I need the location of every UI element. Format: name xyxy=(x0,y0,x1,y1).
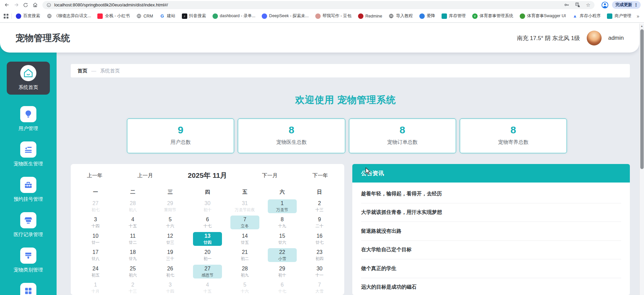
page-scrollbar[interactable]: ▲ xyxy=(639,24,644,295)
bookmark-item[interactable]: CRM xyxy=(136,13,153,19)
calendar-day[interactable]: 7大雪 xyxy=(301,280,338,295)
bulb-icon xyxy=(20,106,36,122)
calendar-day[interactable]: 17廿八 xyxy=(77,247,114,264)
calendar-next-year-button[interactable]: 下一年 xyxy=(312,172,328,179)
calendar-day[interactable]: 21初二 xyxy=(226,247,263,264)
calendar-day[interactable]: 9二十 xyxy=(301,215,338,231)
announcement-item[interactable]: 留退路就没有出路 xyxy=(361,222,621,241)
announcement-item[interactable]: 大学就该抓住青春，用汗水实现梦想 xyxy=(361,203,621,222)
scrollbar-up-icon[interactable]: ▲ xyxy=(640,24,644,29)
sidebar-item-appointment-management[interactable]: 预约挂号管理 xyxy=(14,177,43,202)
calendar-day[interactable]: 26初七 xyxy=(152,263,189,280)
calendar-day-inner: 1十月 xyxy=(81,281,110,295)
user-avatar[interactable] xyxy=(587,31,602,45)
calendar-day[interactable]: 10廿一 xyxy=(77,231,114,247)
bookmark-item[interactable]: DeepSeek - 探索未... xyxy=(262,13,309,19)
calendar-day[interactable]: 15廿六 xyxy=(263,231,301,247)
kebab-menu-icon[interactable]: ⋮ xyxy=(634,2,638,7)
calendar-prev-year-button[interactable]: 上一年 xyxy=(87,172,103,179)
update-button[interactable]: 完成更新 ⋮ xyxy=(612,1,641,9)
calendar-day[interactable]: 19三十 xyxy=(152,247,189,264)
calendar-day[interactable]: 5十六 xyxy=(152,215,189,231)
bookmark-item[interactable]: ♪抖音搜索 xyxy=(182,13,206,19)
announcement-item[interactable]: 远大的目标是成功的磁石 xyxy=(361,278,621,295)
bookmark-item[interactable]: Redmine xyxy=(358,13,382,19)
calendar-day[interactable]: 4十五 xyxy=(189,280,226,295)
calendar-day[interactable]: 25初六 xyxy=(114,263,152,280)
calendar-day[interactable]: 22小雪 xyxy=(263,247,301,264)
calendar-day[interactable]: 2十三 xyxy=(114,280,152,295)
calendar-day[interactable]: 27感恩节 xyxy=(189,263,226,280)
bookmark-item[interactable]: ▲库存小程序 xyxy=(572,13,601,19)
announcement-item[interactable]: 趁着年轻，输得起，看得开，去经历 xyxy=(361,185,621,203)
calendar-day[interactable]: 16廿七 xyxy=(301,231,338,247)
bookmark-item[interactable]: 帮我写作 - 豆包 xyxy=(315,13,352,19)
password-key-icon[interactable] xyxy=(564,2,570,8)
calendar-prev-month-button[interactable]: 上一月 xyxy=(137,172,153,179)
bookmark-item[interactable]: 爱降 xyxy=(419,13,435,19)
calendar-day[interactable]: 13廿四 xyxy=(189,231,226,247)
sidebar-item-pet-category-management[interactable]: 宠物类别管理 xyxy=(14,248,43,273)
calendar-day[interactable]: 14廿五 xyxy=(226,231,263,247)
announcement-item[interactable]: 做个真正的学生 xyxy=(361,259,621,278)
announcement-item[interactable]: 在大学给自己定个目标 xyxy=(361,241,621,260)
calendar-day[interactable]: 1十月 xyxy=(77,280,114,295)
calendar-day[interactable]: 12廿三 xyxy=(152,231,189,247)
back-icon[interactable] xyxy=(2,1,11,9)
calendar-day[interactable]: 29重阳节 xyxy=(152,198,189,215)
username[interactable]: admin xyxy=(608,35,624,41)
bookmark-item[interactable]: v体育赛事管理系统 xyxy=(472,13,513,19)
calendar-day[interactable]: 6十七 xyxy=(189,215,226,231)
calendar-day[interactable]: 30初十 xyxy=(189,198,226,215)
bookmark-item[interactable]: 体育赛事Swagger UI xyxy=(520,13,566,19)
calendar-day[interactable]: 7立冬 xyxy=(226,215,263,231)
calendar-day[interactable]: 27初七 xyxy=(77,198,114,215)
calendar-day[interactable]: 29初十 xyxy=(263,263,301,280)
calendar-day[interactable]: 3十四 xyxy=(152,280,189,295)
calendar-day[interactable]: 20初一 xyxy=(189,247,226,264)
calendar-day-number: 25 xyxy=(118,265,147,272)
forward-icon[interactable] xyxy=(11,1,21,9)
calendar-day[interactable]: 11廿二 xyxy=(114,231,152,247)
url-bar[interactable]: localhost:8080/springboot8k2i0euo/admin/… xyxy=(42,1,594,9)
calendar-day[interactable]: 18廿九 xyxy=(114,247,152,264)
calendar-day[interactable]: 8十九 xyxy=(263,215,301,231)
scrollbar-thumb[interactable] xyxy=(640,29,644,169)
sidebar-item-user-management[interactable]: 用户管理 xyxy=(19,106,38,132)
calendar-day[interactable]: 6十七 xyxy=(263,280,301,295)
calendar-day[interactable]: 28初九 xyxy=(226,263,263,280)
site-info-icon[interactable] xyxy=(46,3,51,7)
apps-grid-icon[interactable] xyxy=(3,13,9,19)
bookmark-item[interactable]: 百度搜索 xyxy=(16,13,40,19)
bookmark-item[interactable]: dashboard - 录单... xyxy=(213,13,256,19)
bookmark-star-icon[interactable]: ☆ xyxy=(586,2,590,7)
calendar-day[interactable]: 2十三 xyxy=(301,198,338,215)
calendar-day[interactable]: 1万圣节 xyxy=(263,198,301,215)
bookmark-item[interactable]: 全栈 - 小红书 xyxy=(97,13,130,19)
bookmark-item[interactable]: 《聊斋志异白话文... xyxy=(46,13,91,19)
bookmarks-overflow-icon[interactable]: » xyxy=(633,13,639,19)
bookmark-item[interactable]: 导入教程 xyxy=(389,13,413,19)
sidebar-item-medical-record-management[interactable]: 医疗记录管理 xyxy=(14,212,43,238)
calendar-day[interactable]: 23初四 xyxy=(301,247,338,264)
reload-icon[interactable] xyxy=(21,1,30,9)
sidebar-item-vet-management[interactable]: 宠物医生管理 xyxy=(14,141,43,167)
breadcrumb-root[interactable]: 首页 xyxy=(77,68,87,74)
translate-icon[interactable] xyxy=(575,2,581,8)
bookmark-item[interactable]: 商户管理 xyxy=(607,13,631,19)
home-nav-icon[interactable] xyxy=(30,1,40,9)
calendar-day[interactable]: 4十五 xyxy=(114,215,152,231)
sidebar-item-system-home[interactable]: 系统首页 xyxy=(7,62,50,95)
sidebar-item-more[interactable] xyxy=(20,283,36,295)
bookmark-item[interactable]: 库存管理 xyxy=(442,13,466,19)
calendar-day[interactable]: 31万圣节前夜 xyxy=(226,198,263,215)
calendar-day[interactable]: 3十四 xyxy=(77,215,114,231)
profile-icon[interactable] xyxy=(601,1,609,9)
calendar-day[interactable]: 28初八 xyxy=(114,198,152,215)
calendar-day[interactable]: 30十一 xyxy=(301,263,338,280)
calendar-day[interactable]: 5十六 xyxy=(226,280,263,295)
calendar-day-number: 2 xyxy=(305,200,334,207)
calendar-day[interactable]: 24初五 xyxy=(77,263,114,280)
bookmark-item[interactable]: G建站 xyxy=(160,13,175,19)
calendar-next-month-button[interactable]: 下一月 xyxy=(262,172,278,179)
